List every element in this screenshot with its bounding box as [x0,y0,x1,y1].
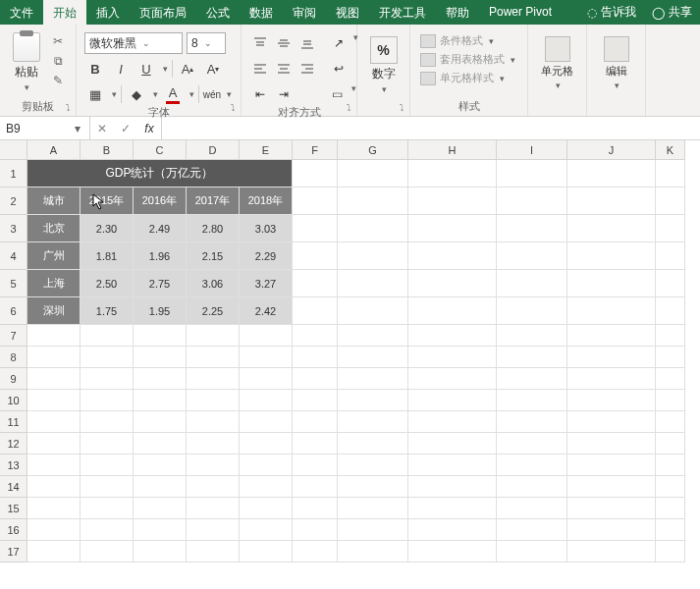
cell-F14[interactable] [293,476,338,498]
row-header-15[interactable]: 15 [0,498,27,519]
tab-data[interactable]: 数据 [240,0,283,25]
cell-C14[interactable] [134,476,187,498]
cell-B5[interactable]: 2.50 [81,270,134,297]
font-size-select[interactable]: 8 ⌄ [187,32,226,54]
alignment-launcher[interactable]: ⤵ [343,102,354,114]
align-top-button[interactable] [249,32,271,54]
cell-I14[interactable] [497,476,567,498]
cell-G6[interactable] [338,297,408,325]
cell-B14[interactable] [81,476,134,498]
cell-J8[interactable] [567,347,656,368]
cell-H4[interactable] [408,242,497,270]
cell-A16[interactable] [27,519,81,541]
cell-K16[interactable] [656,519,685,541]
name-box[interactable]: B9 ▾ [0,117,90,139]
row-header-17[interactable]: 17 [0,541,27,562]
cell-G2[interactable] [338,187,408,215]
cell-K6[interactable] [656,297,685,325]
cell-E9[interactable] [240,368,293,390]
cell-I11[interactable] [497,411,567,433]
row-header-7[interactable]: 7 [0,325,27,347]
row-header-14[interactable]: 14 [0,476,27,498]
cell-H9[interactable] [408,368,497,390]
cell-F8[interactable] [293,347,338,368]
spreadsheet-grid[interactable]: ABCDEFGHIJK 1234567891011121314151617 GD… [0,140,700,589]
cell-A2[interactable]: 城市 [27,187,81,215]
cell-J1[interactable] [567,160,656,187]
row-header-13[interactable]: 13 [0,455,27,476]
tab-file[interactable]: 文件 [0,0,43,25]
cell-J13[interactable] [567,455,656,476]
cell-B17[interactable] [81,541,134,562]
cell-H11[interactable] [408,411,497,433]
cell-G8[interactable] [338,347,408,368]
table-format-button[interactable]: 套用表格格式▾ [418,51,517,68]
cell-G12[interactable] [338,433,408,455]
tab-help[interactable]: 帮助 [436,0,479,25]
cell-D7[interactable] [187,325,240,347]
cell-H15[interactable] [408,498,497,519]
cell-I15[interactable] [497,498,567,519]
cell-J10[interactable] [567,390,656,411]
paste-button[interactable]: 粘贴 ▾ [8,28,44,92]
row-header-6[interactable]: 6 [0,297,27,325]
cell-I17[interactable] [497,541,567,562]
clipboard-launcher[interactable]: ⤵ [62,102,74,114]
cell-H6[interactable] [408,297,497,325]
row-header-8[interactable]: 8 [0,347,27,368]
cell-A11[interactable] [27,411,81,433]
row-header-10[interactable]: 10 [0,390,27,411]
cell-K1[interactable] [656,160,685,187]
cell-J15[interactable] [567,498,656,519]
row-header-3[interactable]: 3 [0,215,27,242]
cell-G10[interactable] [338,390,408,411]
cell-F10[interactable] [293,390,338,411]
cell-J11[interactable] [567,411,656,433]
cell-K12[interactable] [656,433,685,455]
cell-I7[interactable] [497,325,567,347]
row-header-16[interactable]: 16 [0,519,27,541]
cell-D14[interactable] [187,476,240,498]
cell-J6[interactable] [567,297,656,325]
italic-button[interactable]: I [110,58,132,80]
cell-D5[interactable]: 3.06 [187,270,240,297]
format-painter-button[interactable]: ✎ [48,72,68,89]
cut-button[interactable]: ✂ [48,32,68,50]
col-header-H[interactable]: H [408,140,497,160]
cell-E8[interactable] [240,347,293,368]
cell-A8[interactable] [27,347,81,368]
cell-C5[interactable]: 2.75 [134,270,187,297]
cell-H12[interactable] [408,433,497,455]
cell-B8[interactable] [81,347,134,368]
fill-color-button[interactable]: ◆ [126,83,147,105]
cell-J17[interactable] [567,541,656,562]
cell-I4[interactable] [497,242,567,270]
edit-button[interactable]: 编辑 ▾ [595,36,637,90]
cell-I3[interactable] [497,215,567,242]
col-header-G[interactable]: G [338,140,408,160]
cells-button[interactable]: 单元格 ▾ [536,36,578,90]
cell-G9[interactable] [338,368,408,390]
row-header-4[interactable]: 4 [0,242,27,270]
tab-review[interactable]: 审阅 [283,0,326,25]
cell-I1[interactable] [497,160,567,187]
cell-F3[interactable] [293,215,338,242]
cell-D3[interactable]: 2.80 [187,215,240,242]
cell-J3[interactable] [567,215,656,242]
tab-powerpivot[interactable]: Power Pivot [479,0,562,25]
cell-I13[interactable] [497,455,567,476]
cell-G3[interactable] [338,215,408,242]
col-header-C[interactable]: C [134,140,187,160]
cell-C8[interactable] [134,347,187,368]
cell-I5[interactable] [497,270,567,297]
row-header-11[interactable]: 11 [0,411,27,433]
cell-C11[interactable] [134,411,187,433]
cell-A1[interactable]: GDP统计（万亿元） [27,160,293,187]
cell-H8[interactable] [408,347,497,368]
cancel-formula-button[interactable]: ✕ [90,122,114,135]
cell-C13[interactable] [134,455,187,476]
cell-A12[interactable] [27,433,81,455]
underline-button[interactable]: U [135,58,157,80]
cell-K15[interactable] [656,498,685,519]
cell-J5[interactable] [567,270,656,297]
